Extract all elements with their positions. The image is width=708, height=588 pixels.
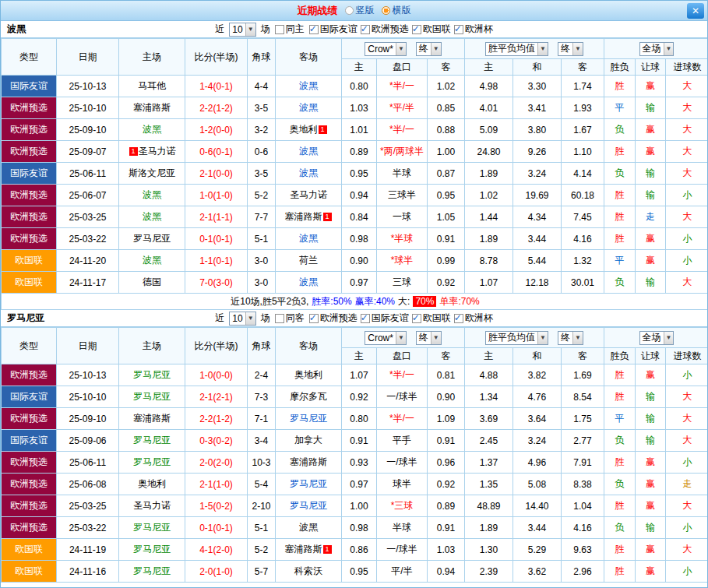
close-button[interactable]: ✕: [687, 3, 704, 19]
column-header-odds-home: 主: [342, 348, 377, 364]
same-venue-checkbox[interactable]: 同客: [275, 312, 305, 325]
home-team: 马耳他: [119, 76, 185, 97]
score: 2-1(1-0): [185, 474, 248, 495]
odds-home: 0.97: [342, 272, 377, 294]
away-team: 奥地利: [276, 364, 342, 386]
checkbox-icon: [275, 25, 284, 34]
column-header-goals: 进球数: [666, 348, 708, 364]
near-label: 近: [215, 312, 224, 325]
column-header-avg-draw: 和: [513, 59, 562, 76]
games-count-select[interactable]: 10 ▼: [229, 23, 255, 37]
away-team: 塞浦路斯1: [276, 539, 342, 561]
column-header-odds-home: 主: [342, 59, 377, 76]
odds-away: 0.89: [428, 495, 465, 517]
odds-company-select[interactable]: Crow* ▼: [365, 331, 407, 345]
match-row: 国际友谊25-10-13马耳他1-4(0-1)4-4波黑0.80*半/一1.02…: [2, 76, 708, 97]
red-card-badge: 1: [323, 545, 332, 554]
match-date: 25-10-10: [57, 386, 119, 408]
handicap: *半/一: [377, 76, 428, 97]
avg-time-select[interactable]: 终 ▼: [558, 42, 583, 56]
column-header-score: 比分(半场): [185, 39, 248, 76]
team-label: 德国: [143, 276, 161, 287]
result-goals: 大: [666, 97, 708, 119]
avg-odds-select[interactable]: 胜平负均值 ▼: [485, 331, 548, 345]
away-team: 波黑: [276, 141, 342, 163]
avg-odds-select[interactable]: 胜平负均值 ▼: [485, 42, 548, 56]
league-checkbox[interactable]: 欧国联: [412, 312, 451, 325]
team-label: 罗马尼亚: [133, 233, 171, 244]
team-label: 奥地利: [290, 124, 318, 135]
odds-time-select[interactable]: 终 ▼: [416, 42, 442, 56]
league-checkbox[interactable]: 欧洲预选: [361, 23, 409, 36]
checkbox-checked-icon: [454, 314, 463, 323]
league-checkbox[interactable]: 欧洲杯: [454, 23, 493, 36]
avg-lose: 1.10: [562, 141, 604, 163]
type-badge: 欧洲预选: [2, 452, 57, 474]
home-team: 波黑: [119, 206, 185, 228]
scope-select[interactable]: 全场 ▼: [639, 331, 675, 345]
result-handicap: 赢: [636, 250, 666, 272]
team-label: 罗马尼亚: [133, 544, 171, 555]
odds-company-select[interactable]: Crow* ▼: [365, 42, 407, 56]
team-label: 荷兰: [299, 255, 318, 266]
avg-win: 4.88: [465, 364, 513, 386]
avg-time-select[interactable]: 终 ▼: [558, 331, 583, 345]
team-label: 波黑: [143, 211, 161, 222]
home-team: 奥地利: [119, 474, 185, 495]
avg-win: 1.30: [465, 539, 513, 561]
away-team: 罗马尼亚: [276, 495, 342, 517]
team-label: 奥地利: [138, 478, 166, 489]
column-header-avg-away: 客: [562, 59, 604, 76]
type-badge: 欧洲预选: [2, 97, 57, 119]
team-label: 罗马尼亚: [133, 435, 171, 445]
score: 1-5(0-2): [185, 495, 248, 517]
type-badge: 欧洲预选: [2, 141, 57, 163]
team-label: 塞浦路斯: [285, 211, 322, 222]
result-handicap: 输: [636, 185, 666, 206]
league-checkbox[interactable]: 国际友谊: [309, 23, 358, 36]
radio-off-icon: [345, 6, 354, 15]
team-label: 罗马尼亚: [290, 413, 327, 424]
avg-draw: 9.26: [513, 141, 562, 163]
same-venue-checkbox[interactable]: 同主: [275, 23, 305, 36]
league-checkbox[interactable]: 欧国联: [412, 23, 451, 36]
result-handicap: 输: [636, 163, 666, 185]
score: 1-0(1-0): [185, 185, 248, 206]
column-header-odds-away: 客: [428, 348, 465, 364]
corners: 3-0: [248, 272, 276, 294]
red-card-badge: 1: [129, 147, 138, 156]
team-label: 罗马尼亚: [133, 391, 171, 402]
match-date: 25-03-25: [57, 206, 119, 228]
away-team: 塞浦路斯: [276, 452, 342, 474]
team-label: 波黑: [299, 102, 318, 113]
corners: 2-10: [248, 495, 276, 517]
layout-radio-vertical[interactable]: 竖版: [345, 4, 375, 17]
games-count-value: 10: [232, 24, 242, 35]
avg-win: 4.98: [465, 76, 513, 97]
corners: 3-2: [248, 119, 276, 141]
odds-company-value: Crow*: [368, 333, 393, 343]
away-team: 罗马尼亚: [276, 408, 342, 430]
score: 0-3(0-2): [185, 430, 248, 452]
odds-home: 0.97: [342, 474, 377, 495]
match-row: 欧洲预选25-09-10塞浦路斯2-2(1-2)7-1罗马尼亚0.80*半/一1…: [2, 408, 708, 430]
league-checkbox[interactable]: 国际友谊: [361, 312, 409, 325]
scope-select[interactable]: 全场 ▼: [639, 42, 675, 56]
odds-time-select[interactable]: 终 ▼: [416, 331, 442, 345]
type-badge: 欧国联: [2, 561, 57, 583]
type-badge: 欧洲预选: [2, 364, 57, 386]
avg-win: 1.89: [465, 228, 513, 250]
avg-lose: 4.16: [562, 228, 604, 250]
games-count-select[interactable]: 10 ▼: [229, 312, 255, 326]
away-team: 波黑: [276, 163, 342, 185]
league-checkbox[interactable]: 欧洲预选: [309, 312, 358, 325]
result-handicap: 输: [636, 517, 666, 539]
type-badge: 欧洲预选: [2, 119, 57, 141]
column-header-outcome: 胜负: [604, 59, 636, 76]
team-label: 波黑: [143, 124, 161, 135]
league-checkbox[interactable]: 欧洲杯: [454, 312, 493, 325]
result-goals: 小: [666, 185, 708, 206]
layout-radio-horizontal[interactable]: 横版: [382, 4, 411, 17]
radio-on-icon: [382, 6, 390, 15]
odds-away: 1.05: [428, 206, 465, 228]
